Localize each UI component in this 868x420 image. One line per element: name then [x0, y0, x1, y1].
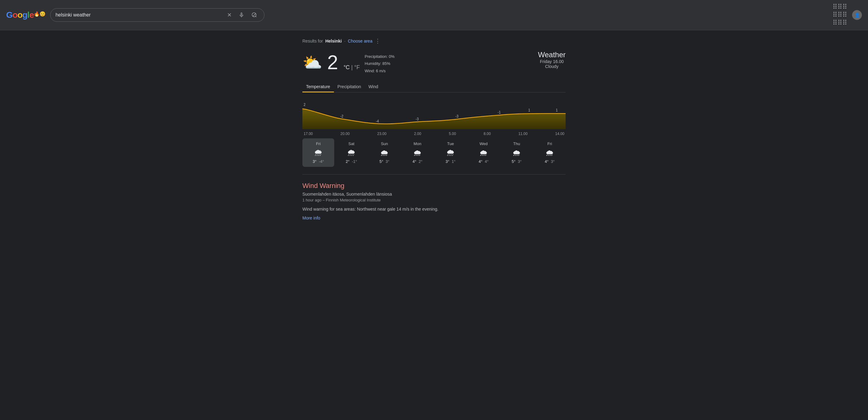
weather-title: Weather: [538, 51, 566, 59]
high-temp: 5°: [512, 159, 516, 164]
hour-label-3: 2.00: [414, 132, 421, 136]
weather-details: Precipitation: 0% Humidity: 85% Wind: 6 …: [365, 53, 395, 74]
day-temps: 4° 4°: [469, 159, 498, 164]
day-name: Wed: [469, 142, 498, 146]
low-temp: 3°: [518, 159, 522, 164]
humidity-info: Humidity: 85%: [365, 60, 395, 67]
low-temp: -1°: [352, 159, 357, 164]
forecast-day-sun[interactable]: Sun 🌧 5° 3°: [369, 138, 400, 167]
low-temp: 1°: [452, 159, 456, 164]
weather-right: Weather Friday 16.00 Cloudy: [538, 51, 566, 69]
forecast-day-tue[interactable]: Tue 🌨 3° 1°: [435, 138, 466, 167]
chart-hour-labels: 17.00 20.00 23.00 2.00 5.00 8.00 11.00 1…: [302, 132, 566, 136]
hour-label-5: 8.00: [484, 132, 491, 136]
wind-info: Wind: 6 m/s: [365, 67, 395, 74]
clear-button[interactable]: ✕: [225, 11, 234, 19]
weather-left: ⛅ 2 °C | °F Precipitation: 0% Humidity: …: [302, 51, 395, 74]
day-temps: 3° -4°: [304, 159, 332, 164]
tab-precipitation[interactable]: Precipitation: [334, 82, 365, 92]
celsius-unit[interactable]: °C: [343, 64, 349, 70]
day-name: Tue: [436, 142, 465, 146]
day-icon: 🌧: [536, 148, 564, 158]
day-temps: 3° 1°: [436, 159, 465, 164]
fahrenheit-unit[interactable]: °F: [354, 64, 360, 70]
chart-svg: 2 -2 -4 -3 -3 -1 1 1: [302, 98, 566, 129]
forecast-day-sat[interactable]: Sat 🌨 2° -1°: [336, 138, 367, 167]
results-location: Helsinki: [326, 38, 342, 43]
current-weather: ⛅ 2 °C | °F Precipitation: 0% Humidity: …: [302, 51, 566, 74]
choose-area-link[interactable]: Choose area: [348, 38, 372, 43]
header-right: ⠿⠿⠿⠿⠿⠿⠿⠿⠿ 👤: [833, 3, 862, 27]
forecast-day-fri-1[interactable]: Fri 🌨 3° -4°: [302, 138, 334, 167]
precipitation-info: Precipitation: 0%: [365, 53, 395, 60]
day-icon: 🌧: [403, 148, 432, 158]
high-temp: 5°: [379, 159, 383, 164]
day-icon: 🌨: [436, 148, 465, 158]
hour-label-1: 20.00: [340, 132, 349, 136]
chart-label-4: -3: [456, 114, 459, 118]
apps-icon[interactable]: ⠿⠿⠿⠿⠿⠿⠿⠿⠿: [833, 3, 847, 27]
day-icon: 🌧: [370, 148, 399, 158]
day-name: Sat: [337, 142, 366, 146]
hour-label-2: 23.00: [377, 132, 386, 136]
hour-label-6: 11.00: [519, 132, 528, 136]
low-temp: 3°: [551, 159, 555, 164]
hour-label-0: 17.00: [304, 132, 313, 136]
dot-separator: ·: [344, 38, 345, 43]
chart-label-2: -4: [376, 119, 379, 123]
low-temp: 4°: [485, 159, 489, 164]
search-bar[interactable]: helsinki weather ✕: [50, 8, 265, 22]
temp-container: 2 °C | °F: [327, 51, 360, 74]
day-icon: 🌧: [469, 148, 498, 158]
low-temp: -4°: [319, 159, 324, 164]
chart-label-6: 1: [528, 108, 530, 112]
day-temps: 2° -1°: [337, 159, 366, 164]
tab-wind[interactable]: Wind: [365, 82, 382, 92]
forecast-day-mon[interactable]: Mon 🌧 4° 2°: [402, 138, 433, 167]
wind-warning-description: Wind warning for sea areas: Northwest ne…: [302, 207, 566, 212]
search-input[interactable]: helsinki weather: [55, 12, 222, 18]
day-icon: 🌨: [337, 148, 366, 158]
high-temp: 3°: [446, 159, 449, 164]
day-name: Sun: [370, 142, 399, 146]
unit-toggle[interactable]: °C | °F: [343, 64, 360, 70]
chart-label-3: -3: [416, 117, 419, 121]
forecast-day-fri-2[interactable]: Fri 🌧 4° 3°: [534, 138, 566, 167]
lens-button[interactable]: [249, 11, 259, 19]
temp-value: 2: [327, 52, 338, 73]
temperature-chart: 2 -2 -4 -3 -3 -1 1 1: [302, 98, 566, 129]
day-icon: 🌨: [304, 148, 332, 158]
more-info-link[interactable]: More info: [302, 215, 320, 220]
day-temps: 5° 3°: [370, 159, 399, 164]
weather-tabs: Temperature Precipitation Wind: [302, 82, 566, 92]
wind-warning-location: Suomenlahden itäosa, Suomenlahden länsio…: [302, 192, 566, 197]
mic-button[interactable]: [237, 11, 246, 19]
high-temp: 3°: [313, 159, 316, 164]
high-temp: 4°: [479, 159, 483, 164]
more-options-button[interactable]: ⋮: [375, 38, 380, 44]
wind-warning-section: Wind Warning Suomenlahden itäosa, Suomen…: [302, 182, 566, 221]
chart-label-7: 1: [556, 108, 558, 112]
avatar[interactable]: 👤: [852, 10, 862, 20]
weather-condition: Cloudy: [538, 64, 566, 69]
high-temp: 4°: [545, 159, 549, 164]
forecast-day-wed[interactable]: Wed 🌧 4° 4°: [468, 138, 499, 167]
svg-point-0: [252, 13, 256, 17]
chart-label-1: -2: [340, 114, 343, 118]
temperature-display: 2 °C | °F: [327, 51, 360, 74]
weather-cloud-icon: ⛅: [302, 53, 322, 72]
day-name: Fri: [536, 142, 564, 146]
header: Google🔥😊 helsinki weather ✕ ⠿⠿⠿⠿⠿⠿⠿⠿⠿ 👤: [0, 0, 868, 30]
hour-label-7: 14.00: [555, 132, 564, 136]
unit-separator: |: [351, 64, 353, 70]
tab-temperature[interactable]: Temperature: [302, 82, 334, 92]
low-temp: 3°: [385, 159, 389, 164]
chart-label-0: 2: [304, 102, 306, 107]
forecast-day-thu[interactable]: Thu 🌧 5° 3°: [501, 138, 532, 167]
weather-date: Friday 16.00: [538, 59, 566, 64]
day-temps: 4° 2°: [403, 159, 432, 164]
high-temp: 4°: [412, 159, 416, 164]
low-temp: 2°: [419, 159, 422, 164]
results-prefix: Results for: [302, 38, 323, 43]
day-name: Thu: [502, 142, 531, 146]
